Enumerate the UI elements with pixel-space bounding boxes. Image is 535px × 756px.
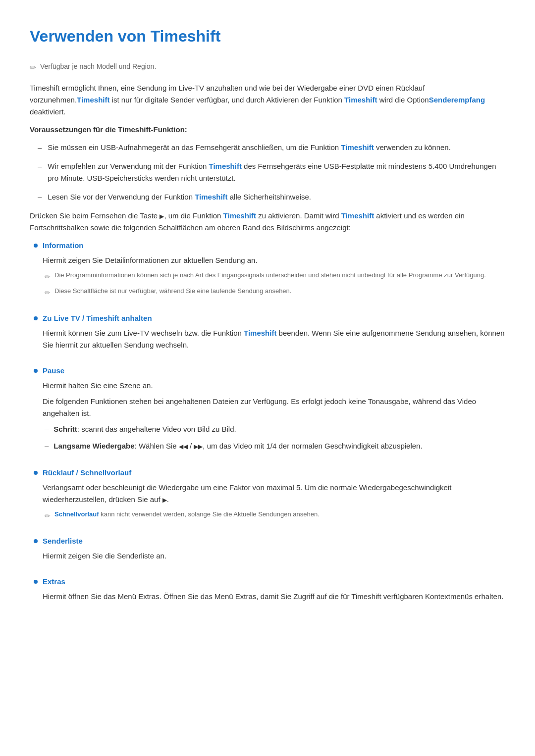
availability-note: ✏ Verfügbar je nach Modell und Region. bbox=[30, 61, 505, 74]
feature-extras: Extras Hiermit öffnen Sie das Menü Extra… bbox=[43, 576, 505, 606]
bullet-dot bbox=[34, 369, 38, 373]
feature-label: Extras bbox=[43, 576, 505, 588]
bullet-dot bbox=[34, 580, 38, 584]
list-item: Lesen Sie vor der Verwendung der Funktio… bbox=[30, 191, 505, 203]
play-icon: ▶ bbox=[162, 497, 167, 504]
list-item: Extras Hiermit öffnen Sie das Menü Extra… bbox=[34, 576, 505, 606]
feature-label: Zu Live TV / Timeshift anhalten bbox=[43, 312, 505, 324]
list-item: Information Hiermit zeigen Sie Detailinf… bbox=[34, 240, 505, 302]
feature-body: Hiermit zeigen Sie Detailinformationen z… bbox=[43, 254, 505, 266]
list-item: Rücklauf / Schnellvorlauf Verlangsamt od… bbox=[34, 467, 505, 525]
feature-label: Rücklauf / Schnellvorlauf bbox=[43, 467, 505, 479]
feature-body: Hiermit halten Sie eine Szene an. bbox=[43, 380, 505, 392]
feature-body: Hiermit zeigen Sie die Senderliste an. bbox=[43, 550, 505, 562]
list-item: Wir empfehlen zur Verwendung mit der Fun… bbox=[30, 160, 505, 184]
list-item: Senderliste Hiermit zeigen Sie die Sende… bbox=[34, 535, 505, 566]
bullet-dot bbox=[34, 539, 38, 543]
rewind-icon: ◀◀ bbox=[179, 443, 188, 450]
list-item: Pause Hiermit halten Sie eine Szene an. … bbox=[34, 365, 505, 457]
fast-forward-icon: ▶▶ bbox=[194, 443, 203, 450]
pencil-icon: ✏ bbox=[30, 61, 36, 74]
activation-paragraph: Drücken Sie beim Fernsehen die Taste ▶, … bbox=[30, 210, 505, 234]
bullet-dot bbox=[34, 471, 38, 475]
list-item: Sie müssen ein USB-Aufnahmegerät an das … bbox=[30, 142, 505, 153]
pencil-icon: ✏ bbox=[45, 271, 51, 282]
feature-note: ✏ Schnellvorlauf kann nicht verwendet we… bbox=[43, 509, 505, 521]
feature-body: Verlangsamt oder beschleunigt die Wieder… bbox=[43, 482, 505, 505]
feature-senderliste: Senderliste Hiermit zeigen Sie die Sende… bbox=[43, 535, 505, 566]
pause-sub-list: Schritt: scannt das angehaltene Video vo… bbox=[43, 423, 505, 452]
prerequisites-list: Sie müssen ein USB-Aufnahmegerät an das … bbox=[30, 142, 505, 203]
feature-body: Hiermit öffnen Sie das Menü Extras. Öffn… bbox=[43, 591, 505, 603]
feature-body: Hiermit können Sie zum Live-TV wechseln … bbox=[43, 327, 505, 351]
feature-note: ✏ Diese Schaltfläche ist nur verfügbar, … bbox=[43, 286, 505, 298]
feature-label: Information bbox=[43, 240, 505, 252]
intro-paragraph: Timeshift ermöglicht Ihnen, eine Sendung… bbox=[30, 82, 505, 118]
list-item: Langsame Wiedergabe: Wählen Sie ◀◀ / ▶▶,… bbox=[45, 440, 505, 452]
feature-livetv: Zu Live TV / Timeshift anhalten Hiermit … bbox=[43, 312, 505, 355]
feature-rewind: Rücklauf / Schnellvorlauf Verlangsamt od… bbox=[43, 467, 505, 525]
feature-label: Senderliste bbox=[43, 535, 505, 547]
bullet-dot bbox=[34, 316, 38, 320]
feature-pause: Pause Hiermit halten Sie eine Szene an. … bbox=[43, 365, 505, 457]
list-item: Schritt: scannt das angehaltene Video vo… bbox=[45, 423, 505, 435]
list-item: Zu Live TV / Timeshift anhalten Hiermit … bbox=[34, 312, 505, 355]
feature-label: Pause bbox=[43, 365, 505, 377]
pencil-icon: ✏ bbox=[45, 510, 51, 521]
page-title: Verwenden von Timeshift bbox=[30, 24, 505, 49]
feature-body2: Die folgenden Funktionen stehen bei ange… bbox=[43, 396, 505, 419]
pencil-icon: ✏ bbox=[45, 287, 51, 298]
feature-note: ✏ Die Programminformationen können sich … bbox=[43, 270, 505, 282]
feature-information: Information Hiermit zeigen Sie Detailinf… bbox=[43, 240, 505, 302]
features-list: Information Hiermit zeigen Sie Detailinf… bbox=[30, 240, 505, 606]
bullet-dot bbox=[34, 244, 38, 248]
prerequisites-heading: Voraussetzungen für die Timeshift-Funkti… bbox=[30, 124, 505, 136]
